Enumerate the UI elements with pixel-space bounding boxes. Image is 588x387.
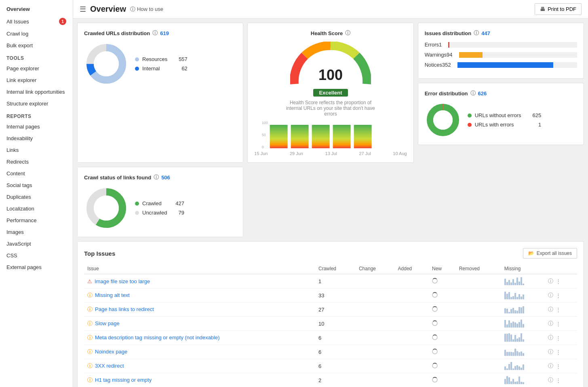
sidebar-item-internal-link-opportunities[interactable]: Internal link opportunities <box>0 86 73 98</box>
issue-name-cell: ⓘMeta description tag missing or empty (… <box>84 331 315 345</box>
loading-icon <box>432 306 438 312</box>
print-to-pdf-button[interactable]: 🖶 Print to PDF <box>535 3 582 15</box>
how-to-use-link[interactable]: ⓘ How to use <box>130 6 163 13</box>
crawl-status-info-icon[interactable]: ⓘ <box>154 174 159 181</box>
sidebar-item-crawl-log[interactable]: Crawl log <box>0 28 73 40</box>
help-icon[interactable]: ⓘ <box>548 306 553 313</box>
col-change: Change <box>356 263 395 274</box>
removed-cell <box>456 345 501 359</box>
issues-distribution-card: Issues distribution ⓘ 447 Errors 1 Warni… <box>418 23 584 79</box>
issue-name-link[interactable]: H1 tag missing or empty <box>95 377 152 383</box>
sidebar-item-link-explorer[interactable]: Link explorer <box>0 74 73 86</box>
sidebar-item-localization[interactable]: Localization <box>0 203 73 215</box>
health-score-info-icon[interactable]: ⓘ <box>345 29 350 37</box>
removed-cell <box>456 274 501 288</box>
removed-cell <box>456 317 501 331</box>
missing-cell <box>501 303 545 317</box>
help-icon[interactable]: ⓘ <box>548 320 553 327</box>
svg-point-20 <box>94 196 119 221</box>
warning-icon: ⓘ <box>87 349 93 355</box>
main-content: ☰ Overview ⓘ How to use 🖶 Print to PDF C… <box>73 0 588 387</box>
warning-icon: ⓘ <box>87 377 93 383</box>
more-icon[interactable]: ⋮ <box>556 307 561 313</box>
change-cell <box>356 373 395 387</box>
export-icon: 📂 <box>528 250 534 256</box>
loading-icon <box>432 292 438 298</box>
more-icon[interactable]: ⋮ <box>556 278 561 284</box>
crawled-urls-info-icon[interactable]: ⓘ <box>152 29 158 37</box>
sidebar-item-external-pages[interactable]: External pages <box>0 261 73 273</box>
more-icon[interactable]: ⋮ <box>556 321 561 327</box>
missing-cell <box>501 317 545 331</box>
table-row: ⓘMissing alt text 33 ⓘ ⋮ <box>84 288 577 303</box>
sidebar-item-all-issues[interactable]: All Issues 1 <box>0 15 73 28</box>
sidebar-item-internal-pages[interactable]: Internal pages <box>0 121 73 133</box>
more-icon[interactable]: ⋮ <box>556 349 561 355</box>
change-cell <box>356 288 395 303</box>
col-actions <box>545 263 577 274</box>
issue-name-cell: ⓘSlow page <box>84 317 315 331</box>
mini-bar-chart <box>504 348 542 356</box>
change-cell <box>356 331 395 345</box>
help-icon[interactable]: ⓘ <box>548 292 553 299</box>
sidebar-item-links[interactable]: Links <box>0 144 73 156</box>
resources-dot <box>135 57 139 61</box>
issue-name-link[interactable]: Page has links to redirect <box>95 306 154 312</box>
help-icon[interactable]: ⓘ <box>548 278 553 285</box>
issues-dist-info-icon[interactable]: ⓘ <box>474 29 479 37</box>
sidebar-item-content[interactable]: Content <box>0 168 73 179</box>
sidebar-item-overview[interactable]: Overview <box>0 3 73 15</box>
added-cell <box>395 274 429 288</box>
sidebar-item-redirects[interactable]: Redirects <box>0 156 73 168</box>
missing-cell <box>501 331 545 345</box>
new-cell <box>429 373 456 387</box>
missing-cell <box>501 345 545 359</box>
issues-dist-total: 447 <box>481 30 490 36</box>
more-icon[interactable]: ⋮ <box>556 363 561 369</box>
loading-icon <box>432 278 438 284</box>
issue-name-link[interactable]: Missing alt text <box>95 292 130 298</box>
change-cell <box>356 274 395 288</box>
missing-cell <box>501 274 545 288</box>
help-icon[interactable]: ⓘ <box>548 334 553 341</box>
issue-name-link[interactable]: Slow page <box>95 320 120 326</box>
help-icon[interactable]: ⓘ <box>548 376 553 384</box>
error-dist-info-icon[interactable]: ⓘ <box>470 90 476 97</box>
loading-icon <box>432 320 438 326</box>
crawl-status-total: 506 <box>161 175 170 181</box>
sidebar: Overview All Issues 1 Crawl log Bulk exp… <box>0 0 73 387</box>
sidebar-item-images[interactable]: Images <box>0 226 73 238</box>
issue-name-link[interactable]: Noindex page <box>95 349 127 355</box>
help-icon[interactable]: ⓘ <box>548 362 553 370</box>
issue-name-link[interactable]: Meta description tag missing or empty (n… <box>95 334 220 341</box>
svg-rect-11 <box>312 125 330 148</box>
sidebar-item-duplicates[interactable]: Duplicates <box>0 191 73 203</box>
sidebar-item-page-explorer[interactable]: Page explorer <box>0 63 73 74</box>
help-icon[interactable]: ⓘ <box>548 348 553 355</box>
sidebar-item-performance[interactable]: Performance <box>0 215 73 226</box>
crawled-count-cell: 10 <box>315 317 356 331</box>
mini-bar-chart <box>504 277 542 285</box>
sparkline-labels: 15 Jun 29 Jun 13 Jul 27 Jul 10 Aug <box>254 151 407 156</box>
more-icon[interactable]: ⋮ <box>556 377 561 383</box>
excellent-badge: Excellent <box>313 89 348 97</box>
action-cell: ⓘ ⋮ <box>545 359 577 373</box>
sidebar-item-social-tags[interactable]: Social tags <box>0 179 73 191</box>
issue-name-link[interactable]: 3XX redirect <box>95 363 124 369</box>
issue-name-link[interactable]: Image file size too large <box>95 278 150 284</box>
action-cell: ⓘ ⋮ <box>545 303 577 317</box>
more-icon[interactable]: ⋮ <box>556 335 561 341</box>
crawled-count-cell: 1 <box>315 274 356 288</box>
crawled-dot <box>135 202 139 206</box>
svg-text:100: 100 <box>318 67 343 83</box>
svg-rect-10 <box>291 125 309 148</box>
sidebar-item-bulk-export[interactable]: Bulk export <box>0 40 73 51</box>
sidebar-item-indexability[interactable]: Indexability <box>0 133 73 144</box>
hamburger-icon[interactable]: ☰ <box>80 5 86 14</box>
sidebar-item-structure-explorer[interactable]: Structure explorer <box>0 98 73 109</box>
sidebar-item-javascript[interactable]: JavaScript <box>0 238 73 250</box>
more-icon[interactable]: ⋮ <box>556 292 561 299</box>
sidebar-item-css[interactable]: CSS <box>0 250 73 261</box>
warning-icon: ⓘ <box>87 363 93 369</box>
export-all-issues-button[interactable]: 📂 Export all issues <box>523 248 577 259</box>
